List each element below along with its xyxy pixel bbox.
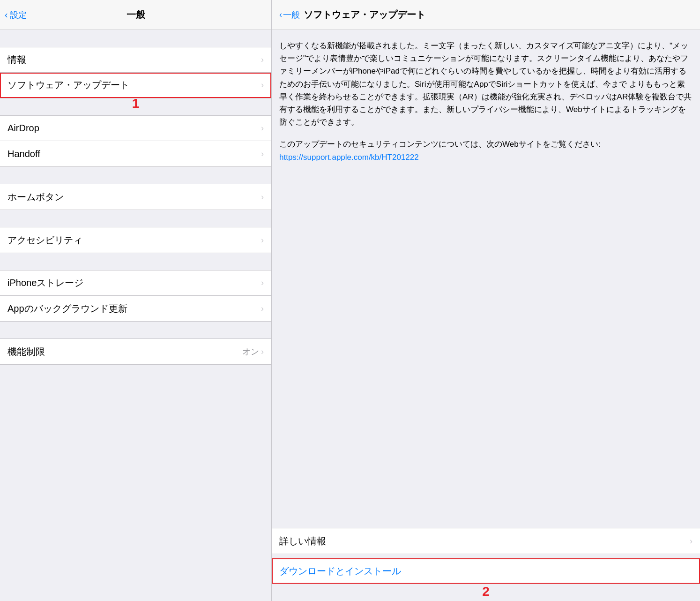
list-item-iphone-storage[interactable]: iPhoneストレージ › xyxy=(0,270,271,296)
back-label-right: 一般 xyxy=(283,9,300,21)
top-gap xyxy=(0,30,271,47)
list-item-accessibility-label: アクセシビリティ xyxy=(7,234,82,247)
right-list-section-2: ダウンロードとインストール xyxy=(272,558,700,584)
list-item-app-bg-label: Appのバックグラウンド更新 xyxy=(7,302,127,315)
right-title: ソフトウェア・アップデート xyxy=(304,8,425,21)
left-list-section-1: 情報 › ソフトウェア・アップデート › 1 xyxy=(0,47,271,98)
annotation-2: 2 xyxy=(482,584,490,599)
list-item-accessibility[interactable]: アクセシビリティ › xyxy=(0,227,271,253)
chevron-right-icon-airdrop: › xyxy=(261,123,264,133)
kinou-value-wrapper: オン › xyxy=(242,346,264,357)
chevron-right-icon-home: › xyxy=(261,192,264,202)
list-item-airdrop-label: AirDrop xyxy=(7,123,39,134)
list-item-home-label: ホームボタン xyxy=(7,191,64,203)
list-item-home-button[interactable]: ホームボタン › xyxy=(0,184,271,210)
list-item-software-update[interactable]: ソフトウェア・アップデート › xyxy=(0,73,271,98)
list-item-kinou-label: 機能制限 xyxy=(7,346,45,358)
chevron-right-icon-app-bg: › xyxy=(261,304,264,314)
chevron-right-icon-kinou: › xyxy=(261,347,264,357)
chevron-right-icon-handoff: › xyxy=(261,149,264,159)
security-note-text: このアップデートのセキュリティコンテンツについては、次のWebサイトをご覧くださ… xyxy=(279,140,600,149)
list-item-details-label: 詳しい情報 xyxy=(279,535,326,548)
left-panel: ‹ 設定 一般 情報 › ソフトウェア・アップデート › 1 AirDrop ›… xyxy=(0,0,272,601)
right-gap-1 xyxy=(272,511,700,528)
chevron-right-icon-joho: › xyxy=(261,55,264,65)
back-label-left: 設定 xyxy=(10,9,27,21)
list-item-joho-label: 情報 xyxy=(7,53,26,66)
chevron-left-icon-right: ‹ xyxy=(279,10,282,20)
right-bottom-section: 詳しい情報 › ダウンロードとインストール 2 xyxy=(272,511,700,601)
right-list-section-1: 詳しい情報 › xyxy=(272,528,700,554)
list-item-download-install[interactable]: ダウンロードとインストール xyxy=(272,558,700,584)
download-wrapper: ダウンロードとインストール 2 xyxy=(272,558,700,584)
description-text: しやすくなる新機能が搭載されました。ミー文字（まったく新しい、カスタマイズ可能な… xyxy=(279,39,693,128)
left-title: 一般 xyxy=(127,8,145,21)
annotation-1: 1 xyxy=(132,96,140,111)
back-button-left[interactable]: ‹ 設定 xyxy=(5,9,27,21)
list-gap xyxy=(272,554,700,558)
chevron-right-icon-storage: › xyxy=(261,278,264,288)
chevron-left-icon: ‹ xyxy=(5,9,8,20)
list-item-airdrop[interactable]: AirDrop › xyxy=(0,116,271,141)
list-item-software-label: ソフトウェア・アップデート xyxy=(7,79,129,91)
chevron-right-icon-accessibility: › xyxy=(261,235,264,245)
security-link[interactable]: https://support.apple.com/kb/HT201222 xyxy=(279,153,419,162)
chevron-right-icon-software: › xyxy=(261,80,264,90)
gap-4 xyxy=(0,253,271,270)
right-scroll-content: しやすくなる新機能が搭載されました。ミー文字（まったく新しい、カスタマイズ可能な… xyxy=(272,30,700,511)
left-header: ‹ 設定 一般 xyxy=(0,0,271,30)
left-list-section-5: iPhoneストレージ › Appのバックグラウンド更新 › xyxy=(0,270,271,322)
software-update-wrapper: ソフトウェア・アップデート › 1 xyxy=(0,73,271,98)
right-panel: ‹ 一般 ソフトウェア・アップデート しやすくなる新機能が搭載されました。ミー文… xyxy=(272,0,700,601)
gap-5 xyxy=(0,322,271,338)
chevron-right-icon-details: › xyxy=(690,536,693,546)
gap-3 xyxy=(0,210,271,227)
gap-2 xyxy=(0,167,271,184)
left-list-section-2: AirDrop › Handoff › xyxy=(0,115,271,167)
left-list-section-6: 機能制限 オン › xyxy=(0,338,271,365)
right-header: ‹ 一般 ソフトウェア・アップデート xyxy=(272,0,700,30)
back-button-right[interactable]: ‹ 一般 xyxy=(279,9,300,21)
left-list-section-3: ホームボタン › xyxy=(0,184,271,210)
list-item-storage-label: iPhoneストレージ xyxy=(7,277,83,289)
left-list-section-4: アクセシビリティ › xyxy=(0,227,271,253)
list-item-details[interactable]: 詳しい情報 › xyxy=(272,528,700,554)
security-note: このアップデートのセキュリティコンテンツについては、次のWebサイトをご覧くださ… xyxy=(279,138,693,163)
list-item-joho[interactable]: 情報 › xyxy=(0,47,271,73)
list-item-handoff-label: Handoff xyxy=(7,149,40,159)
list-item-handoff[interactable]: Handoff › xyxy=(0,141,271,166)
list-item-download-label: ダウンロードとインストール xyxy=(279,565,401,578)
list-item-app-background[interactable]: Appのバックグラウンド更新 › xyxy=(0,296,271,321)
list-item-kinou[interactable]: 機能制限 オン › xyxy=(0,339,271,364)
kinou-value: オン xyxy=(242,346,259,357)
